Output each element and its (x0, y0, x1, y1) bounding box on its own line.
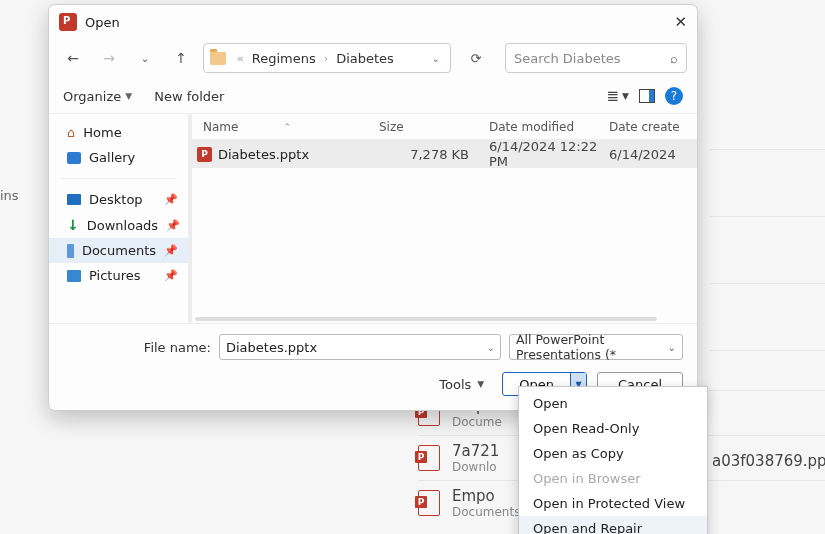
dialog-title: Open (85, 15, 120, 30)
breadcrumb-current[interactable]: Diabetes (333, 49, 397, 68)
file-row[interactable]: P Diabetes.pptx 7,278 KB 6/14/2024 12:22… (189, 140, 697, 168)
view-options-button[interactable]: ≣ ▼ (607, 87, 630, 105)
column-size[interactable]: Size (379, 120, 489, 134)
forward-button[interactable]: → (95, 44, 123, 72)
file-created: 6/14/2024 (609, 147, 697, 162)
column-headers: Name⌃ Size Date modified Date create (189, 114, 697, 140)
filename-value: Diabetes.pptx (226, 340, 317, 355)
breadcrumb-parent[interactable]: Regimens (249, 49, 319, 68)
sidebar-item-gallery[interactable]: Gallery (49, 145, 188, 170)
breadcrumb-overflow[interactable]: « (237, 52, 244, 65)
close-button[interactable]: ✕ (674, 13, 687, 31)
address-bar[interactable]: « Regimens › Diabetes ⌄ (203, 43, 451, 73)
home-icon: ⌂ (67, 125, 75, 140)
navigation-sidebar: ⌂ Home Gallery Desktop 📌 ↓ Downloads 📌 D… (49, 114, 189, 323)
file-modified: 6/14/2024 12:22 PM (489, 139, 609, 169)
menu-open[interactable]: Open (519, 391, 707, 416)
titlebar: Open ✕ (49, 5, 697, 39)
chevron-down-icon: ⌄ (668, 342, 676, 353)
powerpoint-file-icon: P (197, 147, 212, 162)
caret-down-icon: ▼ (125, 91, 132, 101)
bg-item-path: Docume (452, 415, 502, 429)
nav-toolbar: ← → ⌄ ↑ « Regimens › Diabetes ⌄ ⟳ Search… (49, 39, 697, 83)
menu-open-as-copy[interactable]: Open as Copy (519, 441, 707, 466)
pin-icon: 📌 (164, 193, 178, 206)
filename-label: File name: (63, 340, 211, 355)
pictures-icon (67, 270, 81, 282)
column-modified[interactable]: Date modified (489, 120, 609, 134)
back-button[interactable]: ← (59, 44, 87, 72)
horizontal-scrollbar[interactable] (195, 317, 657, 321)
bg-divider (710, 149, 825, 150)
column-name[interactable]: Name⌃ (203, 120, 379, 134)
chevron-right-icon[interactable]: › (324, 52, 328, 65)
search-input[interactable]: Search Diabetes ⌕ (505, 43, 687, 73)
tools-menu[interactable]: Tools ▼ (439, 377, 484, 392)
sort-indicator-icon: ⌃ (283, 122, 291, 132)
filename-input[interactable]: Diabetes.pptx ⌄ (219, 334, 501, 360)
up-button[interactable]: ↑ (167, 44, 195, 72)
sidebar-item-label: Home (83, 125, 121, 140)
menu-open-and-repair[interactable]: Open and Repair (519, 516, 707, 534)
tools-label: Tools (439, 377, 471, 392)
desktop-icon (67, 194, 81, 205)
help-button[interactable]: ? (665, 87, 683, 105)
command-bar: Organize ▼ New folder ≣ ▼ ? (49, 83, 697, 113)
sidebar-item-desktop[interactable]: Desktop 📌 (49, 187, 188, 212)
file-name: Diabetes.pptx (218, 147, 309, 162)
menu-open-read-only[interactable]: Open Read-Only (519, 416, 707, 441)
sidebar-item-downloads[interactable]: ↓ Downloads 📌 (49, 212, 188, 238)
sidebar-separator (61, 178, 176, 179)
sidebar-item-home[interactable]: ⌂ Home (49, 120, 188, 145)
caret-down-icon: ▼ (477, 379, 484, 389)
powerpoint-file-icon (418, 445, 440, 471)
search-icon: ⌕ (670, 51, 678, 66)
address-dropdown[interactable]: ⌄ (428, 53, 444, 64)
powerpoint-file-icon (418, 490, 440, 516)
document-icon (67, 244, 74, 258)
bg-divider (710, 350, 825, 351)
bg-text-fragment: ins (0, 188, 19, 203)
file-list: Name⌃ Size Date modified Date create P D… (189, 114, 697, 323)
gallery-icon (67, 152, 81, 164)
bg-divider (710, 283, 825, 284)
sidebar-item-pictures[interactable]: Pictures 📌 (49, 263, 188, 288)
bg-divider (710, 216, 825, 217)
filename-history-dropdown[interactable]: ⌄ (487, 342, 495, 353)
folder-icon (210, 52, 226, 65)
preview-pane-button[interactable] (639, 89, 655, 103)
bg-item-title: 7a721 (452, 442, 499, 460)
pin-icon: 📌 (166, 219, 180, 232)
sidebar-item-label: Desktop (89, 192, 143, 207)
download-icon: ↓ (67, 217, 79, 233)
sidebar-item-label: Gallery (89, 150, 135, 165)
filetype-value: All PowerPoint Presentations (* (516, 332, 668, 362)
powerpoint-app-icon (59, 13, 77, 31)
bg-item-path: Downlo (452, 460, 499, 474)
sidebar-item-documents[interactable]: Documents 📌 (49, 238, 188, 263)
column-created[interactable]: Date create (609, 120, 697, 134)
recent-locations-button[interactable]: ⌄ (131, 44, 159, 72)
menu-open-in-browser: Open in Browser (519, 466, 707, 491)
sidebar-item-label: Pictures (89, 268, 140, 283)
pin-icon: 📌 (164, 269, 178, 282)
open-file-dialog: Open ✕ ← → ⌄ ↑ « Regimens › Diabetes ⌄ ⟳… (48, 4, 698, 411)
search-placeholder: Search Diabetes (514, 51, 621, 66)
sidebar-item-label: Documents (82, 243, 156, 258)
sidebar-item-label: Downloads (87, 218, 158, 233)
open-button-menu: Open Open Read-Only Open as Copy Open in… (518, 386, 708, 534)
new-folder-button[interactable]: New folder (154, 89, 224, 104)
organize-label: Organize (63, 89, 121, 104)
organize-menu[interactable]: Organize ▼ (63, 89, 132, 104)
refresh-button[interactable]: ⟳ (461, 43, 491, 73)
pin-icon: 📌 (164, 244, 178, 257)
menu-open-protected-view[interactable]: Open in Protected View (519, 491, 707, 516)
filetype-select[interactable]: All PowerPoint Presentations (* ⌄ (509, 334, 683, 360)
file-size: 7,278 KB (379, 147, 489, 162)
